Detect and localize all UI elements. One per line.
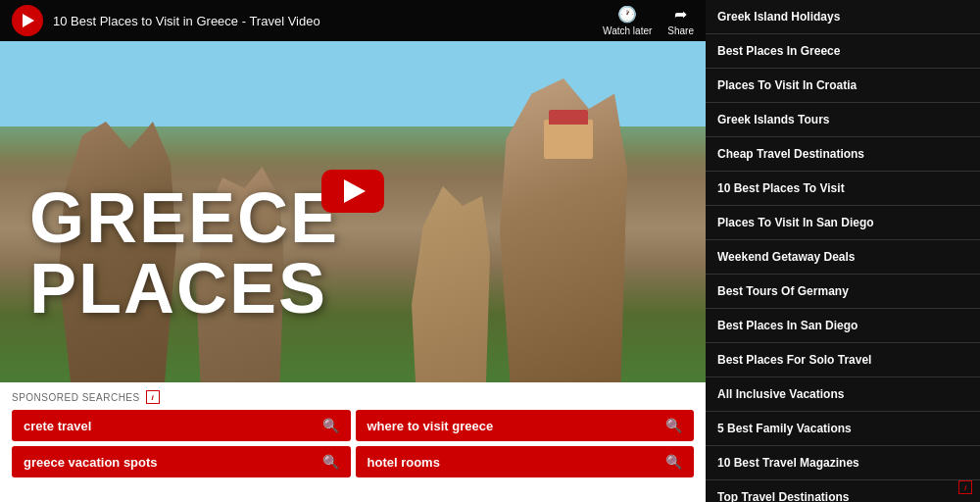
watch-later-label: Watch later xyxy=(603,25,652,36)
share-button[interactable]: ➦ Share xyxy=(667,5,694,36)
sidebar-label-9: Best Places In San Diego xyxy=(717,319,858,332)
sidebar-item-10[interactable]: Best Places For Solo Travel xyxy=(706,343,980,377)
sidebar-label-3: Greek Islands Tours xyxy=(717,113,830,126)
sidebar-label-11: All Inclusive Vacations xyxy=(717,387,844,401)
search-item-2[interactable]: greece vacation spots 🔍 xyxy=(12,446,351,477)
overlay-text-places: PLACES xyxy=(29,253,339,324)
sidebar-label-7: Weekend Getaway Deals xyxy=(717,250,856,264)
search-text-2: greece vacation spots xyxy=(24,455,158,470)
sidebar-item-11[interactable]: All Inclusive Vacations xyxy=(706,377,980,412)
main-content: 10 Best Places to Visit in Greece - Trav… xyxy=(0,0,706,502)
search-icon-0: 🔍 xyxy=(322,418,339,433)
sidebar-item-9[interactable]: Best Places In San Diego xyxy=(706,309,980,343)
sidebar-item-5[interactable]: 10 Best Places To Visit xyxy=(706,172,980,206)
sidebar-item-3[interactable]: Greek Islands Tours xyxy=(706,103,980,137)
sponsored-header: SPONSORED SEARCHES i xyxy=(12,390,694,404)
overlay-text-greece: GREECE xyxy=(29,182,339,253)
search-text-1: where to visit greece xyxy=(368,419,494,433)
sidebar-item-7[interactable]: Weekend Getaway Deals xyxy=(706,240,980,275)
sidebar-item-4[interactable]: Cheap Travel Destinations xyxy=(706,137,980,172)
search-item-3[interactable]: hotel rooms 🔍 xyxy=(356,446,695,477)
sponsored-label: SPONSORED SEARCHES xyxy=(12,392,140,403)
play-icon xyxy=(344,179,366,203)
youtube-logo xyxy=(12,5,43,36)
ad-icon: i xyxy=(146,390,160,404)
search-item-1[interactable]: where to visit greece 🔍 xyxy=(356,410,695,441)
sponsored-section: SPONSORED SEARCHES i crete travel 🔍 wher… xyxy=(0,382,706,485)
share-icon: ➦ xyxy=(674,5,687,24)
play-button[interactable] xyxy=(321,170,384,213)
sidebar-ad-icon: i xyxy=(958,480,972,494)
sidebar-label-10: Best Places For Solo Travel xyxy=(717,353,871,367)
sidebar-label-5: 10 Best Places To Visit xyxy=(717,181,845,195)
share-label: Share xyxy=(667,25,694,36)
search-grid: crete travel 🔍 where to visit greece 🔍 g… xyxy=(12,410,694,477)
sidebar-label-0: Greek Island Holidays xyxy=(717,10,840,24)
watch-later-button[interactable]: 🕐 Watch later xyxy=(603,5,652,36)
search-icon-1: 🔍 xyxy=(665,418,682,433)
sidebar-item-14[interactable]: Top Travel Destinations xyxy=(706,480,980,502)
clock-icon: 🕐 xyxy=(617,5,637,24)
sidebar-label-8: Best Tours Of Germany xyxy=(717,284,849,298)
sidebar-item-8[interactable]: Best Tours Of Germany xyxy=(706,275,980,309)
video-topbar: 10 Best Places to Visit in Greece - Trav… xyxy=(0,0,706,41)
sidebar-item-1[interactable]: Best Places In Greece xyxy=(706,34,980,69)
sidebar-label-6: Places To Visit In San Diego xyxy=(717,216,874,229)
video-title: 10 Best Places to Visit in Greece - Trav… xyxy=(53,14,603,28)
video-controls: 🕐 Watch later ➦ Share xyxy=(603,5,694,36)
sidebar-label-13: 10 Best Travel Magazines xyxy=(717,456,859,470)
sidebar-label-1: Best Places In Greece xyxy=(717,44,840,58)
search-text-3: hotel rooms xyxy=(368,455,440,470)
video-player[interactable]: 10 Best Places to Visit in Greece - Trav… xyxy=(0,0,706,382)
sidebar-item-12[interactable]: 5 Best Family Vacations xyxy=(706,412,980,446)
sidebar-label-2: Places To Visit In Croatia xyxy=(717,78,857,92)
sidebar: Greek Island Holidays Best Places In Gre… xyxy=(706,0,980,502)
monastery-building xyxy=(544,120,593,159)
sidebar-item-6[interactable]: Places To Visit In San Diego xyxy=(706,206,980,240)
video-text-overlay: GREECE PLACES xyxy=(29,182,339,324)
sidebar-label-4: Cheap Travel Destinations xyxy=(717,147,864,161)
sidebar-item-0[interactable]: Greek Island Holidays xyxy=(706,0,980,34)
search-icon-2: 🔍 xyxy=(322,454,339,470)
search-item-0[interactable]: crete travel 🔍 xyxy=(12,410,351,441)
search-text-0: crete travel xyxy=(24,419,91,433)
sidebar-label-12: 5 Best Family Vacations xyxy=(717,422,852,435)
sidebar-label-14: Top Travel Destinations xyxy=(717,490,849,502)
sidebar-item-2[interactable]: Places To Visit In Croatia xyxy=(706,69,980,103)
search-icon-3: 🔍 xyxy=(665,454,682,470)
sidebar-item-13[interactable]: 10 Best Travel Magazines xyxy=(706,446,980,480)
